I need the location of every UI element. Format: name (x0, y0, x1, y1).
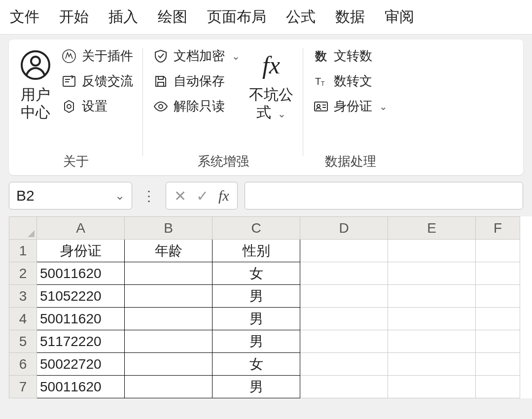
chevron-down-icon: ⌄ (379, 101, 388, 112)
cell[interactable] (388, 330, 476, 353)
cell[interactable] (300, 240, 388, 262)
cell[interactable] (476, 308, 520, 330)
row-header[interactable]: 3 (9, 285, 37, 308)
formula-input[interactable] (245, 182, 523, 210)
shield-icon (153, 48, 169, 64)
cancel-icon[interactable]: ✕ (174, 187, 186, 205)
save-icon (153, 73, 169, 89)
col-header-d[interactable]: D (300, 217, 388, 240)
num-icon: 数 (313, 48, 329, 64)
col-header-c[interactable]: C (213, 217, 300, 240)
select-all-corner[interactable] (9, 217, 37, 240)
cell[interactable]: 男 (213, 285, 300, 308)
cell[interactable] (300, 262, 388, 285)
cell[interactable] (388, 285, 476, 308)
cell[interactable]: 性别 (213, 240, 300, 262)
svg-text:T: T (315, 76, 321, 87)
cell[interactable] (388, 262, 476, 285)
group-label-about: 关于 (19, 150, 133, 170)
formula-button[interactable]: fx 不坑公 式 ⌄ (249, 44, 293, 121)
row-header[interactable]: 4 (9, 308, 37, 330)
cell[interactable]: 男 (213, 330, 300, 353)
svg-point-8 (159, 105, 163, 108)
menu-file[interactable]: 文件 (10, 7, 39, 27)
cell[interactable] (300, 353, 388, 376)
col-header-b[interactable]: B (125, 217, 213, 240)
menu-insert[interactable]: 插入 (108, 7, 138, 27)
cell[interactable]: 51052220 (37, 285, 125, 308)
cell[interactable] (300, 308, 388, 330)
svg-point-1 (31, 57, 40, 66)
cell[interactable] (125, 330, 213, 353)
cell[interactable]: 男 (213, 376, 300, 398)
menu-home[interactable]: 开始 (59, 7, 89, 27)
cell[interactable] (125, 353, 213, 376)
cell[interactable]: 女 (213, 262, 300, 285)
col-header-f[interactable]: F (476, 217, 520, 240)
user-center-button[interactable]: 用户 中心 (19, 44, 52, 121)
menu-layout[interactable]: 页面布局 (207, 7, 266, 27)
group-label-data: 数据处理 (313, 150, 388, 170)
row-header[interactable]: 2 (9, 262, 37, 285)
autosave-button[interactable]: 自动保存 (153, 72, 240, 90)
chevron-down-icon[interactable]: ⌄ (115, 189, 125, 203)
cell[interactable]: 50011620 (37, 262, 125, 285)
cell[interactable] (300, 285, 388, 308)
formula-bar: B2 ⌄ ⋮ ✕ ✓ fx (0, 175, 532, 216)
cell[interactable]: 50011620 (37, 308, 125, 330)
cell[interactable] (125, 262, 213, 285)
col-header-a[interactable]: A (37, 217, 125, 240)
cell[interactable]: 身份证 (37, 240, 125, 262)
menu-formula[interactable]: 公式 (286, 7, 316, 27)
svg-text:T: T (321, 80, 325, 87)
menu-review[interactable]: 审阅 (385, 7, 414, 27)
cell[interactable] (125, 376, 213, 398)
more-button[interactable]: ⋮ (139, 188, 159, 204)
feedback-button[interactable]: 反馈交流 (61, 72, 133, 90)
cell[interactable] (125, 285, 213, 308)
eye-icon (153, 99, 169, 114)
num-to-text-button[interactable]: TT 数转文 (313, 72, 388, 90)
fx-label[interactable]: fx (218, 187, 229, 204)
cell[interactable] (388, 308, 476, 330)
cell[interactable] (476, 353, 520, 376)
cell[interactable] (476, 330, 520, 353)
formula-edit-controls: ✕ ✓ fx (166, 182, 238, 210)
row-header[interactable]: 6 (9, 353, 37, 376)
cell[interactable]: 51172220 (37, 330, 125, 353)
cell[interactable]: 50022720 (37, 353, 125, 376)
about-plugin-button[interactable]: 关于插件 (61, 47, 133, 65)
chevron-down-icon: ⌄ (278, 108, 286, 119)
cell[interactable] (476, 376, 520, 398)
ribbon-group-data: 数 文转数 TT 数转文 身份证 ⌄ 数据处理 (303, 44, 397, 170)
confirm-icon[interactable]: ✓ (196, 187, 209, 205)
svg-rect-6 (158, 82, 164, 86)
cell[interactable] (476, 240, 520, 262)
col-header-e[interactable]: E (388, 217, 476, 240)
row-header[interactable]: 1 (9, 240, 37, 262)
unlock-readonly-button[interactable]: 解除只读 (153, 98, 240, 115)
cell[interactable]: 女 (213, 353, 300, 376)
cell[interactable]: 男 (213, 308, 300, 330)
encrypt-button[interactable]: 文档加密 ⌄ (153, 47, 240, 65)
cell[interactable] (476, 262, 520, 285)
cell[interactable]: 年龄 (125, 240, 213, 262)
cell[interactable] (388, 376, 476, 398)
idcard-icon (313, 99, 329, 114)
row-header[interactable]: 7 (9, 376, 37, 398)
cell[interactable] (300, 330, 388, 353)
cell[interactable] (388, 240, 476, 262)
cell[interactable] (125, 308, 213, 330)
menu-data[interactable]: 数据 (335, 7, 365, 27)
cell[interactable]: 50011620 (37, 376, 125, 398)
plugin-icon (61, 48, 77, 64)
settings-button[interactable]: 设置 (61, 98, 133, 115)
cell[interactable] (476, 285, 520, 308)
row-header[interactable]: 5 (9, 330, 37, 353)
idcard-button[interactable]: 身份证 ⌄ (313, 98, 388, 115)
name-box[interactable]: B2 ⌄ (9, 182, 132, 210)
cell[interactable] (388, 353, 476, 376)
cell[interactable] (300, 376, 388, 398)
text-to-num-button[interactable]: 数 文转数 (313, 47, 388, 65)
menu-draw[interactable]: 绘图 (158, 7, 187, 27)
